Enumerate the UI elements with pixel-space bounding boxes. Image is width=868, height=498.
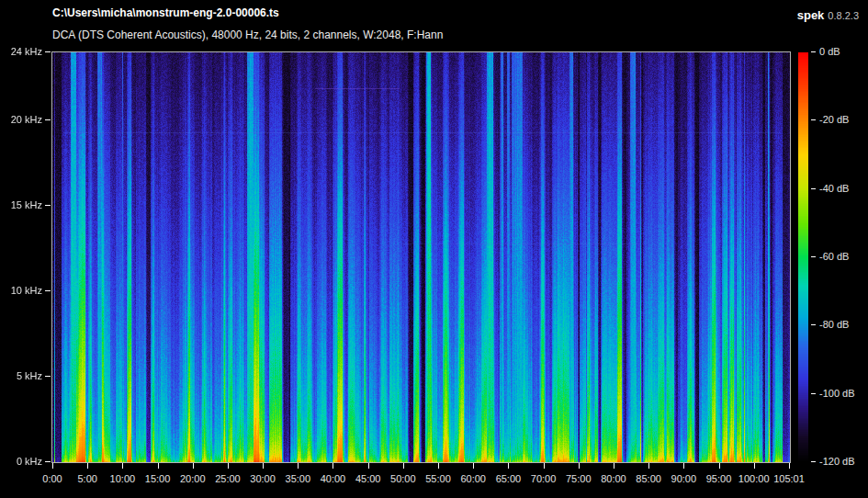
db-tick-label: -60 dB <box>819 251 849 263</box>
app-version: 0.8.2.3 <box>828 10 859 21</box>
freq-tick-label: 15 kHz <box>0 199 42 211</box>
db-colorbar-canvas <box>798 52 808 462</box>
spectrogram-canvas <box>52 52 790 462</box>
time-tick <box>754 463 755 469</box>
time-tick <box>193 463 194 469</box>
spectrogram-plot-frame <box>51 51 791 463</box>
db-tick <box>811 51 816 52</box>
db-tick-label: -80 dB <box>819 319 849 331</box>
freq-tick <box>45 290 51 291</box>
time-tick <box>544 463 545 469</box>
time-tick <box>403 463 404 469</box>
freq-tick-label: 0 kHz <box>0 456 42 468</box>
time-tick <box>719 463 720 469</box>
time-tick <box>614 463 614 469</box>
time-tick <box>52 463 53 469</box>
db-tick <box>811 393 816 394</box>
time-tick <box>473 463 474 469</box>
db-tick-label: -40 dB <box>819 183 849 195</box>
time-tick <box>298 463 299 469</box>
db-tick-label: 0 dB <box>819 46 840 58</box>
db-tick <box>811 324 816 325</box>
app-name: spek <box>797 8 825 22</box>
db-tick-label: -20 dB <box>819 114 849 126</box>
time-tick <box>228 463 229 469</box>
time-tick <box>263 463 264 469</box>
stream-info: DCA (DTS Coherent Acoustics), 48000 Hz, … <box>52 28 443 41</box>
time-tick <box>648 463 649 469</box>
app-brand: spek0.8.2.3 <box>797 6 859 23</box>
spek-window: { "header": { "file_path": "C:\\Users\\m… <box>0 0 868 498</box>
file-path-title: C:\Users\micha\monstrum-eng-2.0-00006.ts <box>52 6 279 19</box>
time-tick-label: 105:01 <box>765 473 813 485</box>
db-tick <box>811 461 816 462</box>
freq-tick <box>45 51 51 52</box>
freq-tick <box>45 119 51 120</box>
freq-tick-label: 10 kHz <box>0 285 42 297</box>
db-tick <box>811 256 816 257</box>
freq-tick <box>45 205 51 206</box>
time-tick <box>579 463 580 469</box>
freq-tick-label: 24 kHz <box>0 46 42 58</box>
time-tick <box>368 463 369 469</box>
time-tick <box>122 463 123 469</box>
db-tick-label: -120 dB <box>819 456 855 468</box>
time-tick <box>333 463 333 469</box>
time-tick <box>508 463 509 469</box>
time-tick <box>683 463 684 469</box>
db-tick-label: -100 dB <box>819 388 855 400</box>
db-colorbar <box>798 52 808 462</box>
time-tick <box>789 463 790 469</box>
freq-tick <box>45 461 51 462</box>
db-tick <box>811 119 816 120</box>
freq-tick-label: 20 kHz <box>0 114 42 126</box>
time-tick <box>87 463 88 469</box>
db-tick <box>811 188 816 189</box>
freq-tick <box>45 376 51 377</box>
freq-tick-label: 5 kHz <box>0 370 42 382</box>
time-tick <box>158 463 159 469</box>
time-tick <box>438 463 439 469</box>
